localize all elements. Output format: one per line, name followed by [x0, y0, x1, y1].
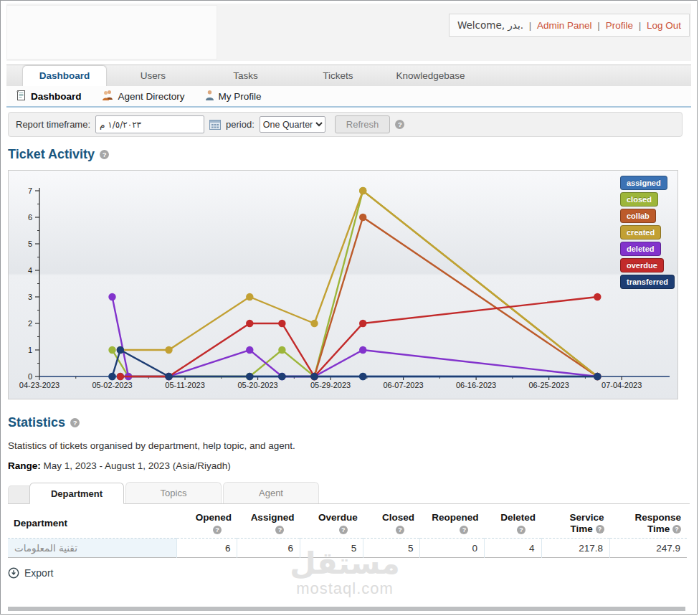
- chart-canvas: 0123456704-23-202305-02-202305-11-202305…: [9, 171, 677, 399]
- refresh-button[interactable]: Refresh: [335, 115, 391, 133]
- subnav-item-my-profile[interactable]: My Profile: [205, 90, 262, 103]
- stats-tab-topics[interactable]: Topics: [125, 482, 222, 503]
- page-header: Welcome, بدر. | Admin Panel | Profile | …: [6, 4, 691, 61]
- data-point-created: [310, 320, 318, 327]
- data-point-deleted: [246, 346, 253, 354]
- cell-service_time: 217.8: [541, 539, 609, 558]
- subnav-item-agent-directory[interactable]: Agent Directory: [102, 90, 185, 103]
- main-content: Report timeframe: period: One Quarter Re…: [1, 112, 697, 579]
- subnav-item-label: My Profile: [219, 91, 262, 102]
- agents-icon: [102, 90, 114, 103]
- column-header-label: Reopened: [426, 512, 478, 523]
- document-icon: [16, 90, 27, 103]
- department-name: تقنية المعلومات: [14, 542, 77, 554]
- data-point-overdue: [278, 320, 285, 327]
- separator: |: [639, 20, 642, 31]
- chart-legend: assignedclosedcollabcreateddeletedoverdu…: [620, 176, 675, 289]
- tab-dashboard[interactable]: Dashboard: [22, 65, 107, 86]
- data-point-transferred: [108, 373, 115, 380]
- tab-knowledgebase[interactable]: Knowledgebase: [384, 66, 477, 86]
- help-icon[interactable]: ?: [672, 525, 681, 534]
- tab-tasks[interactable]: Tasks: [199, 66, 292, 86]
- welcome-bar: Welcome, بدر. | Admin Panel | Profile | …: [449, 14, 690, 37]
- legend-badge-transferred: transferred: [620, 275, 675, 289]
- svg-text:7: 7: [28, 186, 32, 195]
- logout-link[interactable]: Log Out: [647, 20, 681, 31]
- bottom-scroll-bar[interactable]: [8, 607, 685, 611]
- data-point-created: [165, 346, 172, 354]
- help-icon-wrap: ?: [243, 524, 294, 535]
- svg-text:06-25-2023: 06-25-2023: [528, 381, 569, 389]
- data-point-transferred: [246, 373, 253, 380]
- cell-closed: 5: [363, 539, 420, 558]
- stats-tab-agent[interactable]: Agent: [223, 482, 319, 503]
- statistics-heading: Statistics ?: [8, 415, 690, 430]
- period-label: period:: [226, 119, 255, 130]
- data-point-closed: [108, 346, 115, 354]
- column-header-label: Response: [616, 512, 681, 523]
- calendar-icon[interactable]: [209, 120, 221, 130]
- column-header-deleted: Deleted?: [484, 508, 541, 539]
- help-icon[interactable]: ?: [460, 526, 468, 534]
- legend-badge-created: created: [620, 225, 661, 240]
- svg-text:05-02-2023: 05-02-2023: [92, 381, 132, 389]
- column-header-label: Service: [547, 512, 604, 523]
- table-header-row: DepartmentOpened?Assigned?Overdue?Closed…: [8, 508, 687, 539]
- series-line-closed: [113, 191, 598, 376]
- svg-text:05-20-2023: 05-20-2023: [237, 381, 277, 389]
- column-header-label: Time ?: [616, 523, 681, 535]
- cell-overdue: 5: [300, 539, 363, 558]
- profile-link[interactable]: Profile: [606, 20, 633, 31]
- data-point-overdue: [359, 320, 366, 327]
- column-header-department: Department: [8, 508, 177, 539]
- subnav-item-dashboard[interactable]: Dashboard: [16, 90, 82, 103]
- data-point-transferred: [310, 373, 318, 380]
- tab-users[interactable]: Users: [107, 66, 199, 86]
- svg-text:3: 3: [28, 293, 32, 301]
- help-icon[interactable]: ?: [596, 525, 604, 534]
- help-icon[interactable]: ?: [396, 526, 404, 534]
- legend-badge-assigned: assigned: [620, 176, 667, 190]
- svg-text:06-16-2023: 06-16-2023: [456, 381, 496, 389]
- subnav-item-label: Agent Directory: [118, 91, 185, 102]
- report-timeframe-bar: Report timeframe: period: One Quarter Re…: [8, 112, 683, 137]
- legend-badge-closed: closed: [620, 192, 658, 207]
- column-header-label: Closed: [369, 512, 414, 523]
- help-icon[interactable]: ?: [70, 418, 80, 427]
- statistics-tab-bar: DepartmentTopicsAgent: [8, 481, 690, 504]
- export-link[interactable]: Export: [8, 567, 72, 579]
- column-header-overdue: Overdue?: [300, 508, 363, 539]
- data-point-overdue: [594, 293, 601, 300]
- stats-tab-department[interactable]: Department: [29, 483, 124, 504]
- data-point-deleted: [108, 293, 115, 300]
- cell-opened: 6: [177, 539, 237, 558]
- svg-text:07-04-2023: 07-04-2023: [601, 381, 642, 389]
- tab-tickets[interactable]: Tickets: [292, 66, 384, 86]
- data-point-collab: [359, 214, 366, 221]
- help-icon[interactable]: ?: [517, 526, 526, 534]
- data-point-deleted: [359, 346, 366, 354]
- data-point-closed: [278, 346, 285, 354]
- data-point-overdue: [246, 320, 253, 327]
- statistics-range: Range: May 1, 2023 - August 1, 2023 (Asi…: [8, 460, 690, 471]
- welcome-text: Welcome, بدر.: [457, 19, 523, 31]
- column-header-response_time: ResponseTime ?: [610, 508, 687, 539]
- help-icon[interactable]: ?: [339, 526, 348, 534]
- column-header-assigned: Assigned?: [237, 508, 300, 539]
- help-icon[interactable]: ?: [395, 120, 404, 129]
- cell-response_time: 247.9: [610, 539, 687, 558]
- column-header-reopened: Reopened?: [420, 508, 484, 539]
- admin-panel-link[interactable]: Admin Panel: [537, 20, 592, 31]
- data-point-created: [359, 187, 366, 194]
- column-header-service_time: ServiceTime ?: [541, 508, 609, 539]
- column-header-label: Overdue: [305, 512, 357, 523]
- statistics-title: Statistics: [8, 415, 65, 430]
- period-select[interactable]: One Quarter: [260, 116, 325, 133]
- help-icon[interactable]: ?: [213, 526, 222, 534]
- help-icon[interactable]: ?: [100, 150, 109, 159]
- help-icon[interactable]: ?: [275, 526, 284, 534]
- report-timeframe-input[interactable]: [95, 115, 204, 133]
- series-line-deleted: [113, 297, 598, 376]
- cell-department: تقنية المعلومات: [8, 539, 177, 558]
- statistics-description: Statistics of tickets organised by depar…: [8, 440, 690, 451]
